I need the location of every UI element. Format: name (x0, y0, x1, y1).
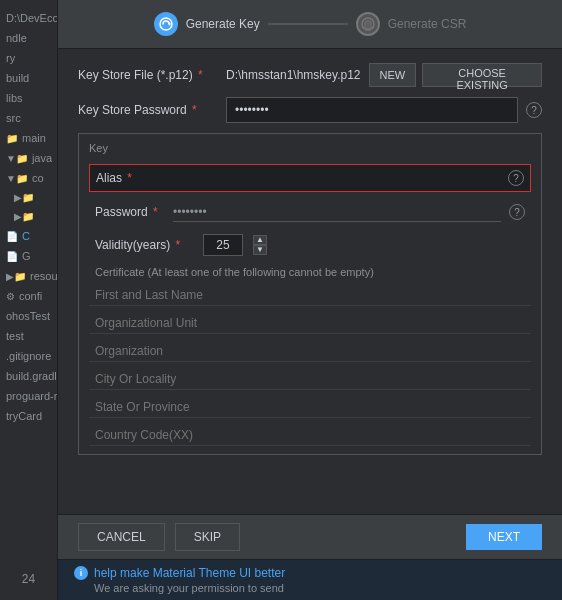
notification-title: i help make Material Theme UI better (74, 566, 546, 580)
validity-label: Validity(years) * (95, 238, 195, 252)
sidebar-item-proguard[interactable]: proguard-r (0, 386, 57, 406)
cert-field-city (89, 368, 531, 390)
country-input[interactable] (95, 428, 525, 442)
validity-up-button[interactable]: ▲ (253, 235, 267, 245)
sidebar: D:\DevEco ndle ry build libs src 📁 main … (0, 0, 58, 600)
keystore-password-row: Key Store Password * ? (78, 97, 542, 123)
folder-icon: ▶📁 (14, 211, 34, 222)
validity-input[interactable] (203, 234, 243, 256)
sidebar-label: ohosTest (6, 310, 50, 322)
new-button[interactable]: NEW (369, 63, 417, 87)
sidebar-item-main[interactable]: 📁 main (0, 128, 57, 148)
alias-password-label: Password * (95, 205, 165, 219)
file-icon: 📄 (6, 231, 18, 242)
sidebar-label: java (32, 152, 52, 164)
keystore-file-row: Key Store File (*.p12) * D:\hmsstan1\hms… (78, 63, 542, 87)
notification-text: We are asking your permission to send (74, 582, 546, 594)
cert-field-firstname (89, 284, 531, 306)
cert-field-state (89, 396, 531, 418)
alias-password-input[interactable] (173, 202, 501, 222)
sidebar-item-ndle[interactable]: ndle (0, 28, 57, 48)
folder-icon: ▼📁 (6, 153, 28, 164)
info-icon: i (74, 566, 88, 580)
sidebar-label: resou (30, 270, 57, 282)
validity-down-button[interactable]: ▼ (253, 245, 267, 255)
sidebar-item-co[interactable]: ▼📁 co (0, 168, 57, 188)
skip-button[interactable]: SKIP (175, 523, 240, 551)
city-input[interactable] (95, 372, 525, 386)
step2-label: Generate CSR (388, 17, 467, 31)
password-help-icon2[interactable]: ? (509, 204, 525, 220)
file-icon: ⚙ (6, 291, 15, 302)
org-input[interactable] (95, 344, 525, 358)
validity-row: Validity(years) * ▲ ▼ (89, 232, 531, 258)
sidebar-item-build[interactable]: build (0, 68, 57, 88)
sidebar-item-java[interactable]: ▼📁 java (0, 148, 57, 168)
choose-existing-button[interactable]: CHOOSE EXISTING (422, 63, 542, 87)
step2-circle (356, 12, 380, 36)
doc-icon (361, 17, 375, 31)
step-generate-key: Generate Key (154, 12, 260, 36)
sidebar-item-src[interactable]: src (0, 108, 57, 128)
sidebar-bottom-number: 24 (0, 566, 57, 592)
sidebar-item-g[interactable]: 📄 G (0, 246, 57, 266)
sidebar-item-gitignore[interactable]: .gitignore (0, 346, 57, 366)
sidebar-label: G (22, 250, 31, 262)
step-connector (268, 23, 348, 25)
sidebar-label: src (6, 112, 21, 124)
folder-icon: 📁 (6, 133, 18, 144)
alias-help-icon[interactable]: ? (508, 170, 524, 186)
key-section: Key Alias * ? Password * (78, 133, 542, 455)
alias-label: Alias * (96, 171, 166, 185)
validity-required-star: * (175, 238, 180, 252)
next-button[interactable]: NEXT (466, 524, 542, 550)
sidebar-label: test (6, 330, 24, 342)
generate-key-dialog: Generate Key Generate CSR (58, 0, 562, 600)
keystore-password-input[interactable] (226, 97, 518, 123)
sidebar-item-sub2[interactable]: ▶📁 (0, 207, 57, 226)
sidebar-item-resou[interactable]: ▶📁 resou (0, 266, 57, 286)
folder-icon: ▼📁 (6, 173, 28, 184)
state-input[interactable] (95, 400, 525, 414)
sidebar-label: main (22, 132, 46, 144)
sidebar-item-trycard[interactable]: tryCard (0, 406, 57, 426)
sidebar-label: C (22, 230, 30, 242)
sidebar-item-ohostest[interactable]: ohosTest (0, 306, 57, 326)
alias-password-row: Password * ? (89, 200, 531, 224)
sidebar-item-deveco[interactable]: D:\DevEco (0, 8, 57, 28)
cert-note: Certificate (At least one of the followi… (89, 266, 531, 278)
step1-circle (154, 12, 178, 36)
step-generate-csr: Generate CSR (356, 12, 467, 36)
sidebar-item-confi[interactable]: ⚙ confi (0, 286, 57, 306)
steps-header: Generate Key Generate CSR (58, 0, 562, 49)
org-unit-input[interactable] (95, 316, 525, 330)
sidebar-label: confi (19, 290, 42, 302)
required-star2: * (192, 103, 197, 117)
sidebar-label: co (32, 172, 44, 184)
sidebar-item-c[interactable]: 📄 C (0, 226, 57, 246)
validity-spinner: ▲ ▼ (253, 235, 267, 255)
sidebar-item-test[interactable]: test (0, 326, 57, 346)
required-star: * (198, 68, 203, 82)
sidebar-label: D:\DevEco (6, 12, 57, 24)
password-required-star: * (153, 205, 158, 219)
sidebar-label: .gitignore (6, 350, 51, 362)
keystore-file-value: D:\hmsstan1\hmskey.p12 (226, 68, 361, 82)
sidebar-label: tryCard (6, 410, 42, 422)
file-icon: 📄 (6, 251, 18, 262)
alias-input[interactable] (174, 168, 500, 188)
cert-field-country (89, 424, 531, 446)
sidebar-label: ry (6, 52, 15, 64)
notification-bar: i help make Material Theme UI better We … (58, 559, 562, 600)
password-help-icon[interactable]: ? (526, 102, 542, 118)
sidebar-label: libs (6, 92, 23, 104)
first-last-name-input[interactable] (95, 288, 525, 302)
sidebar-item-sub1[interactable]: ▶📁 (0, 188, 57, 207)
refresh-icon (159, 17, 173, 31)
keystore-file-label: Key Store File (*.p12) * (78, 68, 218, 82)
sidebar-item-libs[interactable]: libs (0, 88, 57, 108)
sidebar-item-ry[interactable]: ry (0, 48, 57, 68)
svg-marker-1 (169, 22, 171, 26)
cancel-button[interactable]: CANCEL (78, 523, 165, 551)
sidebar-item-buildgradle[interactable]: build.gradle (0, 366, 57, 386)
